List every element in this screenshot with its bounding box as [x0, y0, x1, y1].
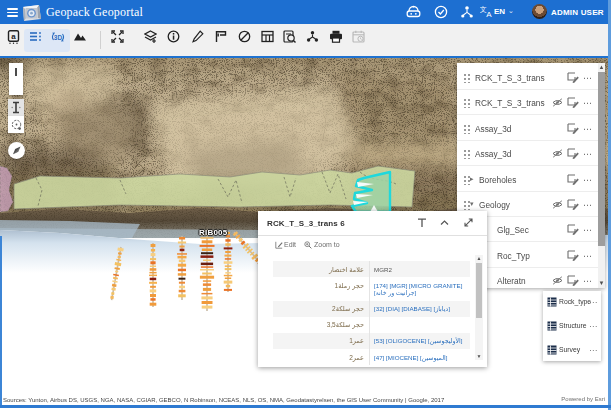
svg-text:3D: 3D: [54, 34, 63, 41]
svg-text:A: A: [486, 10, 492, 18]
svg-text:a: a: [11, 32, 16, 41]
